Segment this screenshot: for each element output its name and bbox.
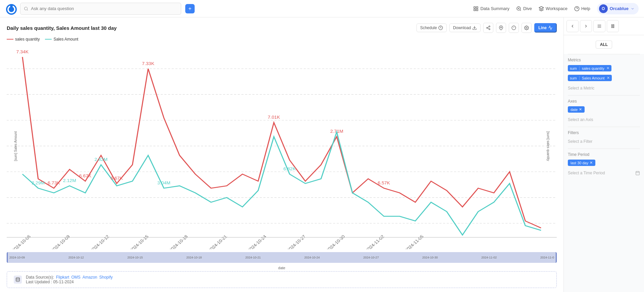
footer-source-row: Data Source(s): Flipkart OMS Amazon Shop… (26, 275, 113, 280)
add-button[interactable]: + (185, 4, 195, 13)
data-footer: Data Source(s): Flipkart OMS Amazon Shop… (7, 271, 557, 288)
filters-title: Filters (568, 130, 640, 135)
grid-icon (473, 6, 479, 11)
schedule-button[interactable]: Schedule (416, 23, 447, 32)
svg-rect-83 (612, 24, 612, 27)
chart-area: Daily sales quantity, Sales Amount last … (0, 17, 563, 292)
remove-metric-2[interactable]: ✕ (607, 76, 610, 80)
pin-button[interactable] (496, 23, 506, 33)
chart-container: [sum] Sales Amount [sum] sales quantity (0, 43, 563, 249)
filters-section: Filters Select a Filter (564, 127, 644, 149)
link-oms[interactable]: OMS (71, 275, 80, 280)
nav-help[interactable]: Help (574, 6, 590, 11)
svg-text:2.29M: 2.29M (32, 181, 45, 185)
svg-text:7.01K: 7.01K (268, 115, 280, 120)
svg-text:6.73K: 6.73K (48, 181, 60, 185)
axes-section: Axes date ✕ Select an Axis (564, 96, 644, 127)
arrow-right-icon (584, 24, 588, 28)
remove-axis[interactable]: ✕ (579, 107, 582, 112)
download-button[interactable]: Download (449, 23, 481, 32)
panel-back-button[interactable] (566, 20, 579, 32)
svg-line-20 (488, 28, 489, 29)
link-flipkart[interactable]: Flipkart (56, 275, 69, 280)
time-tag: last 30 day ✕ (568, 160, 640, 168)
svg-text:6.57K: 6.57K (378, 181, 390, 185)
nav-right: Data Summary Dive Workspace Help O Orcab… (473, 3, 639, 14)
header-actions: Schedule Download (416, 23, 557, 33)
user-menu[interactable]: O Orcablue (597, 3, 639, 14)
svg-rect-7 (474, 9, 476, 11)
mini-scroll-bar[interactable]: 2024-10-092024-10-122024-10-152024-10-18… (7, 252, 557, 263)
app-logo[interactable] (5, 3, 16, 14)
select-time-row[interactable]: Select a Time Period (568, 169, 640, 177)
help-icon (574, 6, 580, 11)
columns-icon (597, 24, 602, 28)
search-input[interactable] (31, 6, 178, 11)
select-filter-placeholder[interactable]: Select a Filter (568, 138, 640, 145)
all-section: ALL (564, 35, 644, 54)
select-time-placeholder[interactable]: Select a Time Period (568, 169, 605, 177)
nav-data-summary[interactable]: Data Summary (473, 6, 509, 11)
nav-workspace[interactable]: Workspace (539, 6, 567, 11)
x-axis-label: date (0, 266, 563, 270)
share-icon (486, 25, 491, 30)
workspace-icon (539, 6, 544, 11)
metric-tag-1: sum sales quantity ✕ (568, 65, 640, 73)
chart-legend: sales quantity Sales Amount (0, 36, 563, 43)
download-icon (472, 25, 477, 30)
select-metric-placeholder[interactable]: Select a Metric (568, 84, 640, 92)
y-left-title: [sum] Sales Amount (14, 131, 17, 161)
main-layout: Daily sales quantity, Sales Amount last … (0, 17, 644, 292)
svg-text:2.12M: 2.12M (63, 178, 76, 183)
time-period-title: Time Period (568, 152, 640, 157)
svg-point-2 (10, 5, 13, 7)
topnav: + Data Summary Dive Workspace Help O Orc… (0, 0, 644, 17)
panel-columns-button[interactable] (593, 20, 605, 32)
mini-nav: 2024-10-092024-10-122024-10-152024-10-18… (0, 249, 563, 266)
all-button[interactable]: ALL (596, 41, 612, 49)
svg-text:6.82K: 6.82K (284, 167, 296, 171)
clock-icon (438, 25, 443, 30)
svg-point-19 (489, 28, 490, 30)
remove-time[interactable]: ✕ (590, 161, 593, 165)
svg-text:2.82M: 2.82M (94, 157, 107, 162)
pin-icon (499, 25, 503, 30)
svg-point-26 (526, 27, 528, 28)
share-button[interactable] (483, 23, 493, 33)
right-panel: ALL Metrics sum sales quantity ✕ sum Sal… (563, 17, 644, 292)
link-shopify[interactable]: Shopify (99, 275, 113, 280)
svg-point-3 (24, 7, 28, 10)
legend-sales-quantity: sales quantity (7, 37, 40, 42)
link-amazon[interactable]: Amazon (83, 275, 97, 280)
info-button[interactable] (509, 23, 519, 33)
chart-type-button[interactable]: Line (534, 23, 557, 33)
svg-text:2.71M: 2.71M (330, 129, 343, 134)
gear-icon (524, 25, 529, 30)
panel-pause-button[interactable] (607, 20, 619, 32)
time-period-section: Time Period last 30 day ✕ Select a Time … (564, 149, 644, 180)
footer-sources: Data Source(s): Flipkart OMS Amazon Shop… (26, 275, 113, 284)
svg-text:6.67K: 6.67K (79, 174, 92, 178)
search-bar[interactable] (20, 3, 181, 15)
footer-icon (14, 276, 22, 284)
svg-point-17 (489, 26, 490, 27)
legend-sales-amount: Sales Amount (45, 37, 78, 42)
metric-tag-2: sum Sales Amount ✕ (568, 75, 640, 83)
panel-nav (564, 17, 644, 35)
svg-line-21 (488, 27, 489, 27)
svg-text:7.33K: 7.33K (142, 61, 154, 66)
settings-button[interactable] (522, 23, 532, 33)
panel-forward-button[interactable] (580, 20, 592, 32)
svg-line-10 (520, 10, 521, 11)
avatar: O (599, 4, 608, 13)
calendar-icon[interactable] (635, 171, 640, 175)
legend-line-sales-amount (45, 39, 52, 40)
chart-title: Daily sales quantity, Sales Amount last … (7, 25, 414, 31)
svg-rect-84 (613, 24, 614, 27)
select-axis-placeholder[interactable]: Select an Axis (568, 116, 640, 123)
svg-rect-6 (477, 7, 478, 8)
remove-metric-1[interactable]: ✕ (606, 66, 609, 70)
svg-line-4 (27, 9, 28, 10)
nav-dive[interactable]: Dive (516, 6, 532, 11)
arrow-left-icon (570, 24, 575, 28)
